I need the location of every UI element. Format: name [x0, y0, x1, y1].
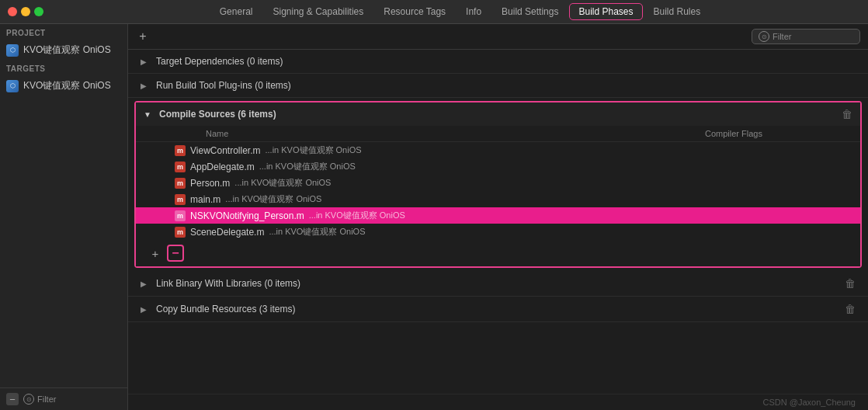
compile-row-3[interactable]: mmain.m ...in KVO键值观察 OniOS	[136, 191, 860, 207]
chevron-right-icon-3: ▶	[141, 280, 150, 288]
phase-link-binary-label: Link Binary With Libraries (0 items)	[156, 278, 300, 289]
m-badge-icon: m	[175, 227, 186, 238]
m-badge-icon: m	[175, 178, 186, 189]
compile-remove-button[interactable]: −	[167, 245, 184, 262]
content-filter[interactable]: ⊙ Filter	[752, 29, 860, 44]
chevron-right-icon-4: ▶	[141, 305, 150, 314]
watermark-text: CSDN @Jaxon_Cheung	[128, 394, 868, 410]
compile-row-5[interactable]: mSceneDelegate.m ...in KVO键值观察 OniOS	[136, 224, 860, 240]
sidebar-minus-button[interactable]: −	[6, 393, 19, 405]
m-badge-icon: m	[175, 210, 186, 221]
phase-target-deps[interactable]: ▶ Target Dependencies (0 items)	[128, 50, 868, 74]
compile-sources-header[interactable]: ▼ Compile Sources (6 items) 🗑	[136, 102, 860, 126]
target-item-label: KVO键值观察 OniOS	[23, 79, 111, 92]
sidebar-bottom: − ⊙ Filter	[0, 387, 127, 410]
file-path-1: ...in KVO键值观察 OniOS	[259, 161, 356, 172]
content-area: + ⊙ Filter ▶ Target Dependencies (0 item…	[128, 24, 868, 410]
file-name-5: SceneDelegate.m	[190, 227, 264, 238]
file-path-0: ...in KVO键值观察 OniOS	[265, 144, 361, 156]
compile-rows-container: mViewController.m ...in KVO键值观察 OniOSmAp…	[136, 142, 860, 240]
project-section-label: PROJECT	[0, 24, 127, 40]
tab-info[interactable]: Info	[457, 3, 491, 20]
file-name-0: ViewController.m	[190, 145, 260, 156]
tab-resource-tags[interactable]: Resource Tags	[374, 3, 455, 20]
compile-row-2[interactable]: mPerson.m ...in KVO键值观察 OniOS	[136, 175, 860, 191]
content-filter-label: Filter	[773, 32, 791, 41]
phase-target-deps-label: Target Dependencies (0 items)	[156, 56, 283, 67]
sidebar-item-project[interactable]: ⬡ KVO键值观察 OniOS	[0, 40, 127, 60]
sidebar-filter-label: Filter	[37, 394, 56, 404]
compile-row-0[interactable]: mViewController.m ...in KVO键值观察 OniOS	[136, 142, 860, 158]
tab-signing[interactable]: Signing & Capabilities	[263, 3, 373, 20]
chevron-right-icon-2: ▶	[141, 82, 150, 90]
file-path-3: ...in KVO键值观察 OniOS	[225, 193, 321, 205]
sidebar-filter-icon: ⊙	[23, 394, 34, 405]
file-path-2: ...in KVO键值观察 OniOS	[234, 177, 331, 189]
targets-section-label: TARGETS	[0, 60, 127, 76]
compile-sources-delete-icon[interactable]: 🗑	[842, 108, 852, 120]
compile-sources-table: Name Compiler Flags mViewController.m ..…	[136, 126, 860, 266]
m-badge-icon: m	[175, 194, 186, 205]
compile-sources-label: Compile Sources (6 items)	[159, 109, 276, 120]
file-name-3: main.m	[190, 194, 220, 205]
compile-sources-section: ▼ Compile Sources (6 items) 🗑 Name Compi…	[134, 101, 862, 268]
project-item-label: KVO键值观察 OniOS	[23, 43, 111, 57]
link-binary-delete-icon[interactable]: 🗑	[845, 277, 856, 290]
content-filter-icon: ⊙	[759, 31, 769, 42]
main-layout: PROJECT ⬡ KVO键值观察 OniOS TARGETS ⬡ KVO键值观…	[0, 24, 868, 410]
compile-columns-header: Name Compiler Flags	[136, 126, 860, 142]
file-name-4: NSKVONotifying_Person.m	[190, 210, 304, 221]
add-phase-button[interactable]: +	[136, 30, 150, 43]
phase-run-build-tool[interactable]: ▶ Run Build Tool Plug-ins (0 items)	[128, 74, 868, 98]
project-app-icon: ⬡	[6, 44, 19, 57]
file-name-2: Person.m	[190, 178, 230, 189]
col-flags-header: Compiler Flags	[705, 129, 821, 138]
compile-row-1[interactable]: mAppDelegate.m ...in KVO键值观察 OniOS	[136, 158, 860, 175]
window-control-minimize[interactable]	[21, 7, 30, 16]
tab-build-rules[interactable]: Build Rules	[644, 3, 710, 20]
sidebar-item-target[interactable]: ⬡ KVO键值观察 OniOS	[0, 76, 127, 96]
chevron-right-icon: ▶	[141, 57, 150, 66]
tab-build-settings[interactable]: Build Settings	[492, 3, 568, 20]
file-path-4: ...in KVO键值观察 OniOS	[309, 210, 405, 221]
window-controls	[8, 7, 47, 16]
file-path-5: ...in KVO键值观察 OniOS	[269, 226, 365, 238]
m-badge-icon: m	[175, 145, 186, 156]
target-app-icon: ⬡	[6, 80, 19, 92]
phase-copy-bundle[interactable]: ▶ Copy Bundle Resources (3 items) 🗑	[128, 297, 868, 322]
file-name-1: AppDelegate.m	[190, 162, 255, 172]
compile-actions: + −	[136, 240, 860, 266]
window-control-close[interactable]	[8, 7, 17, 16]
compile-row-4[interactable]: mNSKVONotifying_Person.m ...in KVO键值观察 O…	[136, 207, 860, 224]
tab-general[interactable]: General	[210, 3, 262, 20]
col-name-header: Name	[206, 129, 705, 138]
phase-copy-bundle-label: Copy Bundle Resources (3 items)	[156, 304, 295, 314]
content-topbar: + ⊙ Filter	[128, 24, 868, 50]
window-control-zoom[interactable]	[34, 7, 43, 16]
tab-bar: GeneralSigning & CapabilitiesResource Ta…	[0, 0, 868, 24]
copy-bundle-delete-icon[interactable]: 🗑	[845, 303, 856, 315]
chevron-down-icon: ▼	[144, 110, 153, 119]
sidebar-filter-button[interactable]: ⊙ Filter	[23, 394, 56, 405]
sidebar: PROJECT ⬡ KVO键值观察 OniOS TARGETS ⬡ KVO键值观…	[0, 24, 128, 410]
tab-build-phases[interactable]: Build Phases	[569, 3, 642, 20]
tabs-container: GeneralSigning & CapabilitiesResource Ta…	[60, 3, 860, 20]
phase-link-binary[interactable]: ▶ Link Binary With Libraries (0 items) 🗑	[128, 271, 868, 297]
compile-add-button[interactable]: +	[148, 246, 162, 260]
phases-list: ▶ Target Dependencies (0 items) ▶ Run Bu…	[128, 50, 868, 394]
phase-run-build-label: Run Build Tool Plug-ins (0 items)	[156, 80, 291, 91]
m-badge-icon: m	[175, 162, 186, 172]
